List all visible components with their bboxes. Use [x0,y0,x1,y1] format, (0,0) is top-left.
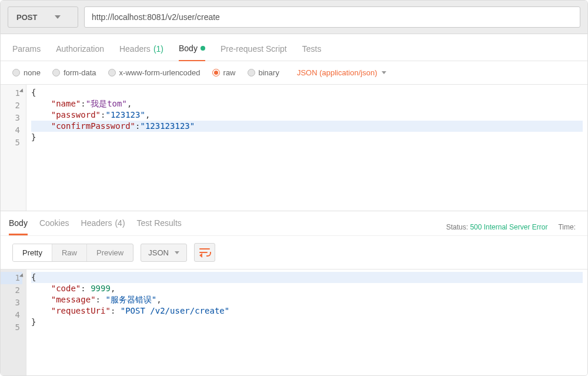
http-method-value: POST [16,13,37,22]
tab-tests[interactable]: Tests [302,44,322,61]
response-view-toolbar: Pretty Raw Preview JSON [1,235,587,269]
radio-xwww-label: x-www-form-urlencoded [119,68,201,77]
status-value: 500 Internal Server Error [470,223,547,231]
line-number: 4 [1,309,22,321]
tab-body[interactable]: Body [179,44,205,61]
fold-icon[interactable] [19,88,25,94]
resp-tab-body[interactable]: Body [9,218,28,235]
line-number: 4 [1,124,22,137]
line-number: 5 [1,321,22,334]
resp-tab-headers[interactable]: Headers (4) [81,218,125,235]
headers-count-badge: (1) [153,44,163,54]
json-value: "123123123" [140,121,195,131]
radio-xwww[interactable]: x-www-form-urlencoded [108,68,201,77]
json-key: "code" [51,284,81,293]
radio-raw[interactable]: raw [212,68,236,77]
view-pretty[interactable]: Pretty [13,244,52,261]
tab-body-label: Body [179,44,198,53]
line-number: 3 [1,297,22,309]
wrap-lines-button[interactable] [194,243,215,262]
postman-request-panel: POST Params Authorization Headers (1) Bo… [0,0,588,376]
line-gutter: 1 2 3 4 5 [1,85,26,211]
content-type-value: JSON (application/json) [297,68,377,77]
radio-none-label: none [24,68,41,77]
radio-none[interactable]: none [12,68,41,77]
response-status: Status: 500 Internal Server Error Time: [446,223,576,231]
line-number: 2 [1,284,22,297]
response-header: Body Cookies Headers (4) Test Results St… [1,211,587,235]
resp-headers-count: (4) [115,218,125,229]
json-value: "123123" [105,110,145,119]
json-key: "requestUri" [51,306,111,315]
view-preview[interactable]: Preview [87,244,133,261]
radio-binary[interactable]: binary [248,68,279,77]
request-url-input[interactable] [84,6,580,28]
tab-headers-label: Headers [119,44,151,54]
json-value: "服务器错误" [105,295,156,304]
line-number: 1 [15,273,20,282]
line-number: 3 [1,112,22,124]
resp-tab-headers-label: Headers [81,218,112,229]
tab-authorization[interactable]: Authorization [56,44,104,61]
view-mode-segment: Pretty Raw Preview [12,244,133,262]
response-body-editor[interactable]: 1 2 3 4 5 { "code": 9999, "message": "服务… [1,269,587,375]
content-type-select[interactable]: JSON (application/json) [297,68,387,77]
radio-binary-label: binary [259,68,279,77]
status-label: Status: [446,223,468,231]
http-method-select[interactable]: POST [8,6,78,28]
radio-raw-label: raw [223,68,236,77]
code-area[interactable]: { "code": 9999, "message": "服务器错误", "req… [26,269,587,375]
radio-formdata-label: form-data [64,68,96,77]
json-value: "POST /v2/user/create" [121,306,229,315]
body-type-row: none form-data x-www-form-urlencoded raw… [1,61,587,85]
json-key: "password" [51,110,101,119]
view-raw[interactable]: Raw [52,244,87,261]
request-tabs: Params Authorization Headers (1) Body Pr… [1,34,587,61]
request-body-editor[interactable]: 1 2 3 4 5 { "name":"我是tom", "password":"… [1,85,587,211]
request-bar: POST [1,1,587,34]
response-format-value: JSON [148,248,169,257]
json-value: 9999 [91,284,111,293]
tab-headers[interactable]: Headers (1) [119,44,163,61]
chevron-down-icon [382,71,386,74]
json-key: "confirmPassword" [51,121,135,131]
line-number: 2 [1,99,22,112]
code-area[interactable]: { "name":"我是tom", "password":"123123", "… [26,85,587,211]
response-tabs: Body Cookies Headers (4) Test Results [9,218,182,235]
tab-prerequest[interactable]: Pre-request Script [220,44,287,61]
chevron-down-icon [55,15,61,19]
time-label: Time: [558,223,576,231]
json-key: "message" [51,295,96,304]
line-number: 5 [1,137,22,149]
fold-icon[interactable] [19,273,25,278]
radio-formdata[interactable]: form-data [52,68,96,77]
line-number: 1 [15,88,20,98]
response-format-select[interactable]: JSON [141,244,187,262]
json-value: "我是tom" [86,99,127,108]
resp-tab-cookies[interactable]: Cookies [39,218,69,235]
chevron-down-icon [175,251,179,254]
line-gutter: 1 2 3 4 5 [1,269,26,375]
json-key: "name" [51,99,81,108]
resp-tab-testresults[interactable]: Test Results [137,218,182,235]
wrap-lines-icon [199,248,210,257]
tab-params[interactable]: Params [12,44,41,61]
body-indicator-dot [201,46,205,51]
